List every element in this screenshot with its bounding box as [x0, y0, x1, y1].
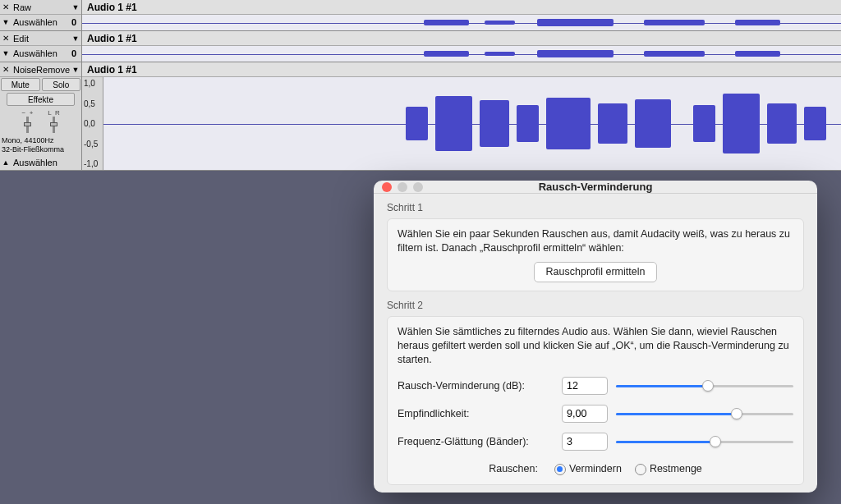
close-track-icon[interactable]: ✕ [0, 34, 11, 43]
collapse-icon[interactable]: ▲ [0, 158, 11, 167]
step2-box: Wählen Sie sämtliches zu filterndes Audi… [387, 316, 804, 485]
radio-reduce[interactable]: Vermindern [554, 462, 622, 476]
gain-pan-sliders[interactable]: − + L R [0, 107, 81, 135]
noise-reduction-dialog: Rausch-Verminderung Schritt 1 Wählen Sie… [374, 181, 817, 493]
track-panel: ✕ Raw ▼ ▼ Auswählen 0 [0, 0, 82, 30]
window-zoom-icon [413, 182, 423, 192]
param-smoothing: Frequenz-Glättung (Bänder): [398, 433, 793, 451]
param-noise-db: Rausch-Verminderung (dB): [398, 377, 793, 395]
step1-label: Schritt 1 [387, 202, 804, 213]
step1-box: Wählen Sie ein paar Sekunden Rauschen au… [387, 218, 804, 291]
param-sensitivity: Empfindlichkeit: [398, 405, 793, 423]
select-button[interactable]: Auswählen [11, 158, 81, 167]
close-track-icon[interactable]: ✕ [0, 65, 11, 74]
clip-title[interactable]: Audio 1 #1 [82, 0, 841, 15]
smoothing-slider[interactable] [616, 435, 793, 448]
window-close-icon[interactable] [382, 182, 392, 192]
sync-zero: 0 [67, 17, 81, 27]
track-panel: ✕ NoiseRemove ▼ Mute Solo Effekte − + L … [0, 62, 82, 170]
effects-button[interactable]: Effekte [7, 93, 75, 106]
close-track-icon[interactable]: ✕ [0, 2, 11, 11]
select-button[interactable]: Auswählen [11, 17, 67, 27]
track-name[interactable]: Edit [11, 34, 70, 44]
get-noise-profile-button[interactable]: Rauschprofil ermitteln [534, 262, 658, 282]
window-minimize-icon [398, 182, 407, 192]
track-row-noiseremove: ✕ NoiseRemove ▼ Mute Solo Effekte − + L … [0, 62, 841, 171]
track-name[interactable]: NoiseRemove [11, 65, 70, 75]
track-menu-icon[interactable]: ▼ [70, 66, 81, 74]
sensitivity-input[interactable] [562, 405, 608, 423]
track-name[interactable]: Raw [11, 2, 70, 12]
track-row-edit: ✕ Edit ▼ ▼ Auswählen 0 Audio 1 #1 [0, 31, 841, 62]
solo-button[interactable]: Solo [42, 78, 81, 91]
smoothing-input[interactable] [562, 433, 608, 451]
clip-title[interactable]: Audio 1 #1 [82, 31, 841, 46]
collapse-icon[interactable]: ▼ [0, 49, 11, 57]
sensitivity-slider[interactable] [616, 407, 793, 420]
step2-label: Schritt 2 [387, 300, 804, 311]
sync-zero: 0 [67, 48, 81, 58]
dialog-title: Rausch-Verminderung [539, 181, 653, 193]
radio-group-label: Rauschen: [489, 462, 538, 476]
radio-residue[interactable]: Restmenge [635, 462, 702, 476]
waveform[interactable] [82, 46, 841, 62]
collapse-icon[interactable]: ▼ [0, 18, 11, 26]
dialog-titlebar[interactable]: Rausch-Verminderung [374, 181, 817, 194]
track-menu-icon[interactable]: ▼ [70, 3, 81, 11]
step1-text: Wählen Sie ein paar Sekunden Rauschen au… [398, 227, 793, 255]
select-button[interactable]: Auswählen [11, 48, 67, 58]
track-panel: ✕ Edit ▼ ▼ Auswählen 0 [0, 31, 82, 62]
noise-db-input[interactable] [562, 377, 608, 395]
noise-db-slider[interactable] [616, 379, 793, 392]
step2-text: Wählen Sie sämtliches zu filterndes Audi… [398, 325, 793, 367]
mute-button[interactable]: Mute [1, 78, 40, 91]
track-format-info: Mono, 44100Hz 32-Bit-Fließkomma [0, 135, 81, 155]
track-menu-icon[interactable]: ▼ [70, 34, 81, 43]
waveform[interactable]: 1,0 0,5 0,0 -0,5 -1,0 [82, 77, 841, 170]
track-row-raw: ✕ Raw ▼ ▼ Auswählen 0 Audio 1 #1 [0, 0, 841, 31]
waveform[interactable] [82, 15, 841, 30]
amplitude-axis: 1,0 0,5 0,0 -0,5 -1,0 [82, 77, 103, 170]
clip-title[interactable]: Audio 1 #1 [82, 62, 841, 77]
